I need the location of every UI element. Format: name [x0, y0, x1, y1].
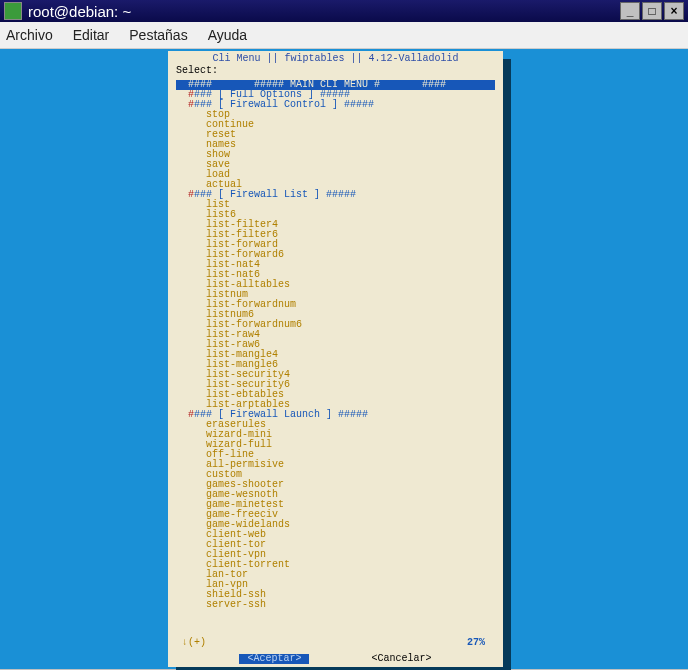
menu-help[interactable]: Ayuda: [208, 27, 247, 43]
menu-bar: Archivo Editar Pestañas Ayuda: [0, 22, 688, 49]
menu-tabs[interactable]: Pestañas: [129, 27, 187, 43]
list-item[interactable]: server-ssh: [176, 600, 495, 610]
option-list[interactable]: #### ##### MAIN CLI MENU # #### #### [ F…: [176, 80, 495, 636]
dialog-footer: ↓(+) 27%: [182, 638, 485, 648]
ok-button[interactable]: <Aceptar>: [239, 654, 309, 664]
select-label: Select:: [176, 66, 503, 76]
maximize-button[interactable]: □: [642, 2, 662, 20]
dialog-buttons: <Aceptar> <Cancelar>: [168, 654, 503, 664]
cli-dialog: Cli Menu || fwiptables || 4.12-Valladoli…: [168, 51, 503, 667]
scroll-indicator: ↓(+): [182, 638, 206, 648]
app-icon: [4, 2, 22, 20]
cancel-button[interactable]: <Cancelar>: [372, 654, 432, 664]
close-button[interactable]: ×: [664, 2, 684, 20]
percent-indicator: 27%: [467, 638, 485, 648]
window-title: root@debian: ~: [28, 3, 618, 20]
menu-file[interactable]: Archivo: [6, 27, 53, 43]
dialog-header: Cli Menu || fwiptables || 4.12-Valladoli…: [168, 54, 503, 64]
window-titlebar: root@debian: ~ _ □ ×: [0, 0, 688, 22]
menu-edit[interactable]: Editar: [73, 27, 110, 43]
minimize-button[interactable]: _: [620, 2, 640, 20]
terminal-area: Cli Menu || fwiptables || 4.12-Valladoli…: [0, 49, 688, 669]
